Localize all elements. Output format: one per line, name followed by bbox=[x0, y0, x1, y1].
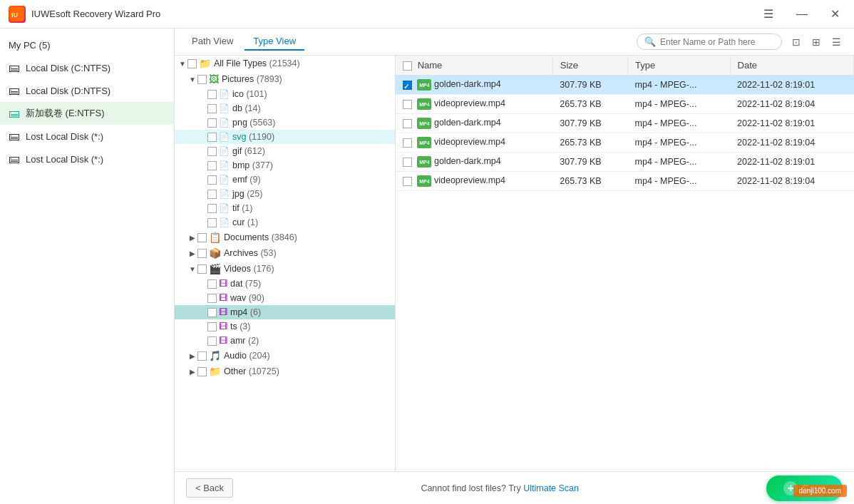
file-type-icon-1: MP4 bbox=[417, 98, 431, 110]
tree-item-tif[interactable]: ▶ 📄 tif (1) bbox=[175, 201, 395, 215]
checkbox-svg[interactable] bbox=[207, 133, 217, 142]
ultimate-scan-link[interactable]: Ultimate Scan bbox=[523, 483, 579, 493]
save-button[interactable]: + Save bbox=[766, 475, 843, 501]
tree-item-wav[interactable]: ▶ 🎞 wav (90) bbox=[175, 291, 395, 305]
expander-other[interactable]: ▶ bbox=[187, 366, 197, 376]
preview-view-button[interactable]: ⊡ bbox=[788, 34, 805, 50]
tree-item-cur[interactable]: ▶ 📄 cur (1) bbox=[175, 215, 395, 230]
checkbox-ts[interactable] bbox=[207, 322, 217, 331]
menu-button[interactable]: ☰ bbox=[758, 4, 779, 24]
tree-item-png[interactable]: ▶ 📄 png (5563) bbox=[175, 115, 395, 130]
tree-item-db[interactable]: ▶ 📄 db (14) bbox=[175, 101, 395, 115]
checkbox-png[interactable] bbox=[207, 118, 217, 128]
checkbox-jpg[interactable] bbox=[207, 190, 217, 199]
checkbox-bmp[interactable] bbox=[207, 161, 217, 170]
tree-item-bmp[interactable]: ▶ 📄 bmp (377) bbox=[175, 158, 395, 173]
list-view-button[interactable]: ☰ bbox=[828, 34, 845, 50]
checkbox-amr[interactable] bbox=[207, 336, 217, 346]
tab-path-view[interactable]: Path View bbox=[183, 33, 242, 51]
tree-item-mp4[interactable]: ▶ 🎞 mp4 (6) bbox=[175, 305, 395, 319]
col-header-size: Size bbox=[552, 56, 627, 76]
icon-ico: 📄 bbox=[219, 89, 230, 99]
checkbox-emf[interactable] bbox=[207, 175, 217, 185]
checkbox-tif[interactable] bbox=[207, 204, 217, 213]
file-checkbox-0[interactable]: ✓ bbox=[403, 81, 412, 90]
select-all-checkbox[interactable] bbox=[403, 61, 412, 71]
file-name-5: videopreview.mp4 bbox=[434, 175, 505, 185]
checkbox-documents[interactable] bbox=[197, 233, 207, 242]
tree-item-pictures[interactable]: ▼ 🖼 Pictures (7893) bbox=[175, 71, 395, 87]
icon-pictures: 🖼 bbox=[209, 73, 219, 85]
tree-item-emf[interactable]: ▶ 📄 emf (9) bbox=[175, 173, 395, 187]
sidebar-label-lost-2: Lost Local Disk (*:) bbox=[26, 154, 103, 165]
expander-all-file-types[interactable]: ▼ bbox=[178, 58, 187, 68]
sidebar-item-lost-2[interactable]: 🖴 Lost Local Disk (*:) bbox=[0, 148, 174, 170]
icon-archives: 📦 bbox=[209, 247, 221, 259]
tab-type-view[interactable]: Type View bbox=[245, 33, 304, 51]
checkbox-audio[interactable] bbox=[197, 351, 207, 361]
file-checkbox-5[interactable] bbox=[403, 177, 412, 186]
table-row[interactable]: ✓ MP4 golden-dark.mp4 307.79 KB mp4 - MP… bbox=[396, 76, 854, 95]
close-button[interactable]: ✕ bbox=[825, 4, 845, 24]
table-row[interactable]: MP4 videopreview.mp4 265.73 KB mp4 - MPE… bbox=[396, 95, 854, 114]
label-documents: Documents (3846) bbox=[224, 232, 392, 242]
checkbox-db[interactable] bbox=[207, 104, 217, 113]
tree-item-ts[interactable]: ▶ 🎞 ts (3) bbox=[175, 319, 395, 334]
file-checkbox-3[interactable] bbox=[403, 138, 412, 148]
table-row[interactable]: MP4 videopreview.mp4 265.73 KB mp4 - MPE… bbox=[396, 172, 854, 191]
tree-item-amr[interactable]: ▶ 🎞 amr (2) bbox=[175, 334, 395, 348]
tree-item-svg[interactable]: ▶ 📄 svg (1190) bbox=[175, 130, 395, 144]
back-button[interactable]: < Back bbox=[186, 478, 233, 498]
label-gif: gif (612) bbox=[232, 146, 392, 156]
tree-item-gif[interactable]: ▶ 📄 gif (612) bbox=[175, 144, 395, 158]
view-tabs: Path View Type View bbox=[183, 33, 304, 51]
checkbox-mp4[interactable] bbox=[207, 308, 217, 317]
table-row[interactable]: MP4 golden-dark.mp4 307.79 KB mp4 - MPEG… bbox=[396, 153, 854, 172]
file-type-cell-2: mp4 - MPEG-... bbox=[628, 114, 730, 133]
checkbox-pictures[interactable] bbox=[197, 75, 207, 84]
icon-dat: 🎞 bbox=[219, 279, 227, 289]
expander-pictures[interactable]: ▼ bbox=[187, 74, 197, 84]
checkbox-archives[interactable] bbox=[197, 249, 207, 258]
label-pictures: Pictures (7893) bbox=[222, 74, 392, 84]
checkbox-dat[interactable] bbox=[207, 279, 217, 289]
minimize-button[interactable]: — bbox=[791, 5, 813, 24]
file-type-cell-1: mp4 - MPEG-... bbox=[628, 95, 730, 114]
sidebar-item-volume-e[interactable]: 🖴 新加载卷 (E:NTFS) bbox=[0, 102, 174, 125]
table-row[interactable]: MP4 videopreview.mp4 265.73 KB mp4 - MPE… bbox=[396, 133, 854, 153]
file-checkbox-2[interactable] bbox=[403, 119, 412, 128]
tree-item-jpg[interactable]: ▶ 📄 jpg (25) bbox=[175, 187, 395, 201]
file-checkbox-4[interactable] bbox=[403, 158, 412, 167]
search-input[interactable] bbox=[660, 37, 774, 47]
tree-item-archives[interactable]: ▶ 📦 Archives (53) bbox=[175, 245, 395, 261]
tree-item-dat[interactable]: ▶ 🎞 dat (75) bbox=[175, 277, 395, 291]
expander-videos[interactable]: ▼ bbox=[187, 264, 197, 274]
expander-documents[interactable]: ▶ bbox=[187, 232, 197, 242]
checkbox-videos[interactable] bbox=[197, 264, 207, 274]
file-checkbox-1[interactable] bbox=[403, 100, 412, 109]
tree-item-documents[interactable]: ▶ 📋 Documents (3846) bbox=[175, 230, 395, 245]
file-name-cell: MP4 videopreview.mp4 bbox=[396, 133, 552, 153]
tree-item-ico[interactable]: ▶ 📄 ico (101) bbox=[175, 87, 395, 101]
table-row[interactable]: MP4 golden-dark.mp4 307.79 KB mp4 - MPEG… bbox=[396, 114, 854, 133]
checkbox-gif[interactable] bbox=[207, 147, 217, 156]
expander-archives[interactable]: ▶ bbox=[187, 248, 197, 258]
tree-item-other[interactable]: ▶ 📁 Other (10725) bbox=[175, 364, 395, 379]
checkbox-ico[interactable] bbox=[207, 90, 217, 99]
sidebar-item-local-d[interactable]: 🖴 Local Disk (D:NTFS) bbox=[0, 79, 174, 102]
sidebar-item-lost-1[interactable]: 🖴 Lost Local Disk (*:) bbox=[0, 125, 174, 148]
sidebar-item-local-c[interactable]: 🖴 Local Disk (C:NTFS) bbox=[0, 56, 174, 79]
svg-text:IU: IU bbox=[11, 11, 18, 19]
grid-view-button[interactable]: ⊞ bbox=[808, 34, 825, 50]
checkbox-cur[interactable] bbox=[207, 218, 217, 227]
titlebar-left: IU IUWEsoft Recovery Wizard Pro bbox=[9, 6, 160, 23]
tree-item-videos[interactable]: ▼ 🎬 Videos (176) bbox=[175, 261, 395, 277]
tree-item-all-file-types[interactable]: ▼ 📁 All File Types (21534) bbox=[175, 56, 395, 71]
checkbox-other[interactable] bbox=[197, 367, 207, 376]
tree-item-audio[interactable]: ▶ 🎵 Audio (204) bbox=[175, 348, 395, 364]
sidebar-section-title: My PC (5) bbox=[0, 34, 174, 56]
checkbox-all-file-types[interactable] bbox=[187, 59, 197, 68]
expander-audio[interactable]: ▶ bbox=[187, 351, 197, 361]
checkbox-wav[interactable] bbox=[207, 294, 217, 303]
icon-jpg: 📄 bbox=[219, 189, 230, 199]
